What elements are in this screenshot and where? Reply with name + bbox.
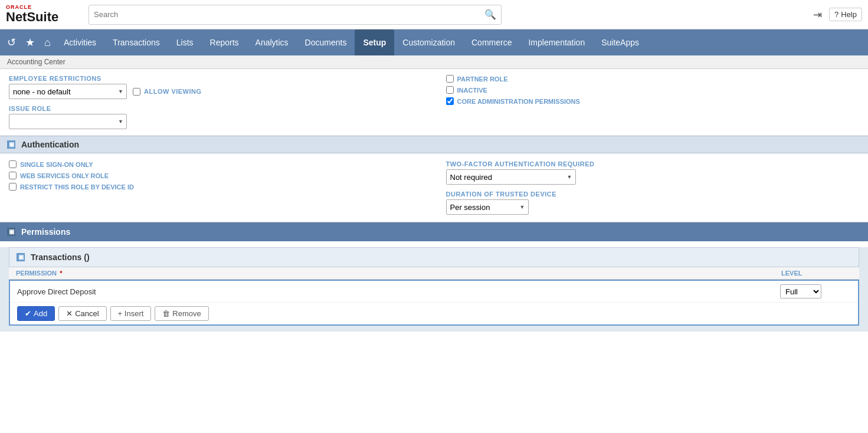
partner-role-checkbox[interactable] [446,75,454,83]
netsuite-label: NetSuite [6,10,77,24]
two-factor-field: TWO-FACTOR AUTHENTICATION REQUIRED Not r… [446,160,860,185]
logo-area: ORACLE NetSuite [6,4,77,24]
level-col-header: LEVEL [781,270,852,277]
checkmark-icon: ✔ [25,309,31,318]
level-cell: Full Edit View Create None [780,284,851,298]
permission-value: Approve Direct Deposit [17,287,96,296]
sso-checkbox[interactable] [9,160,17,168]
insert-button[interactable]: + Insert [110,306,152,321]
transfer-icon[interactable]: ⇥ [813,8,822,21]
auth-collapse-icon[interactable]: ▣ [7,140,15,149]
authentication-body: SINGLE SIGN-ON ONLY WEB SERVICES ONLY RO… [0,153,868,222]
nav-implementation[interactable]: Implementation [520,29,593,55]
add-button[interactable]: ✔ Add [17,306,55,321]
left-col: EMPLOYEE RESTRICTIONS none - no default … [9,75,434,129]
nav-commerce[interactable]: Commerce [463,29,520,55]
trash-icon: 🗑 [162,309,170,318]
restrict-device-row: RESTRICT THIS ROLE BY DEVICE ID [9,183,434,191]
cancel-button[interactable]: ✕ Cancel [58,306,106,321]
employee-restrictions-label: EMPLOYEE RESTRICTIONS [9,75,434,82]
permission-cell: Approve Direct Deposit [17,287,780,296]
trusted-device-field: DURATION OF TRUSTED DEVICE Per session 3… [446,191,860,215]
search-bar: 🔍 [89,5,502,25]
highlighted-row-container: Approve Direct Deposit Full Edit View Cr… [9,280,859,326]
partner-role-label: PARTNER ROLE [457,76,508,83]
nav-documents[interactable]: Documents [297,29,355,55]
inactive-label: INACTIVE [457,87,487,94]
employee-restrictions-select[interactable]: none - no default Own Subsidiary All [9,84,127,99]
remove-label: Remove [172,309,201,318]
transactions-label: Transactions () [31,252,90,262]
nav-suiteapps[interactable]: SuiteApps [593,29,647,55]
cancel-label: Cancel [75,309,99,318]
core-admin-label: CORE ADMINISTRATION PERMISSIONS [457,98,580,105]
top-bar: ORACLE NetSuite 🔍 ⇥ ? Help [0,0,868,29]
trusted-device-label: DURATION OF TRUSTED DEVICE [446,191,860,198]
nav-setup[interactable]: Setup [355,29,394,55]
nav-reports[interactable]: Reports [202,29,247,55]
allow-viewing-field: ALLOW VIEWING [133,88,202,96]
nav-analytics[interactable]: Analytics [247,29,297,55]
nav-icon-refresh[interactable]: ↺ [2,29,21,55]
nav-icon-star[interactable]: ★ [21,29,40,55]
permissions-collapse-icon[interactable]: ▣ [7,228,15,236]
web-services-row: WEB SERVICES ONLY ROLE [9,172,434,179]
inactive-checkbox[interactable] [446,86,454,94]
auth-right: TWO-FACTOR AUTHENTICATION REQUIRED Not r… [434,160,860,215]
employee-restrictions-wrapper: none - no default Own Subsidiary All [9,84,127,99]
help-label: Help [841,10,857,19]
allow-viewing-label: ALLOW VIEWING [144,88,202,95]
permissions-section-header: ▣ Permissions [0,222,868,241]
breadcrumb: Accounting Center [0,55,868,69]
authentication-label: Authentication [21,140,79,149]
insert-label: + Insert [118,309,144,318]
x-icon: ✕ [66,309,73,318]
issue-role-label: ISSUE ROLE [9,105,434,112]
permissions-label: Permissions [21,227,70,237]
restrict-device-label: RESTRICT THIS ROLE BY DEVICE ID [20,183,134,191]
permissions-body: ▣ Transactions () PERMISSION * LEVEL App… [0,247,868,332]
core-admin-checkbox[interactable] [446,97,454,105]
transactions-section-header: ▣ Transactions () [9,247,859,267]
help-icon: ? [834,10,838,19]
nav-activities[interactable]: Activities [55,29,104,55]
content-area: EMPLOYEE RESTRICTIONS none - no default … [0,69,868,332]
trusted-device-wrapper: Per session 30 days 60 days 90 days [446,199,529,215]
issue-role-wrapper [9,114,127,129]
two-factor-label: TWO-FACTOR AUTHENTICATION REQUIRED [446,160,860,168]
action-buttons-row: ✔ Add ✕ Cancel + Insert 🗑 Remove [10,303,858,324]
nav-icon-home[interactable]: ⌂ [40,29,55,55]
top-form-section: EMPLOYEE RESTRICTIONS none - no default … [0,69,868,136]
level-select[interactable]: Full Edit View Create None [780,284,821,298]
restrict-device-checkbox[interactable] [9,183,17,191]
right-col: PARTNER ROLE INACTIVE CORE ADMINISTRATIO… [434,75,860,129]
partner-role-row: PARTNER ROLE [446,75,860,83]
top-right-area: ⇥ ? Help [813,8,862,21]
inactive-row: INACTIVE [446,86,860,94]
permission-col-header: PERMISSION * [16,270,781,277]
issue-role-select[interactable] [9,114,127,129]
trusted-device-select[interactable]: Per session 30 days 60 days 90 days [446,199,529,215]
two-factor-select[interactable]: Not required Required [446,169,576,185]
nav-lists[interactable]: Lists [168,29,202,55]
transactions-collapse-icon[interactable]: ▣ [17,253,25,261]
menu-bar: ↺ ★ ⌂ Activities Transactions Lists Repo… [0,29,868,55]
authentication-section-header: ▣ Authentication [0,136,868,153]
issue-role-field: ISSUE ROLE [9,105,434,129]
search-button[interactable]: 🔍 [484,9,496,20]
nav-transactions[interactable]: Transactions [104,29,168,55]
employee-restrictions-field: EMPLOYEE RESTRICTIONS none - no default … [9,75,434,99]
web-services-checkbox[interactable] [9,172,17,179]
web-services-label: WEB SERVICES ONLY ROLE [20,172,109,179]
remove-button[interactable]: 🗑 Remove [155,306,208,321]
nav-customization[interactable]: Customization [394,29,463,55]
sso-label: SINGLE SIGN-ON ONLY [20,161,93,168]
search-input[interactable] [94,10,484,19]
allow-viewing-checkbox[interactable] [133,88,140,96]
transactions-table-header: PERMISSION * LEVEL [9,267,859,280]
two-factor-wrapper: Not required Required [446,169,576,185]
add-label: Add [34,309,47,318]
core-admin-row: CORE ADMINISTRATION PERMISSIONS [446,97,860,105]
help-button[interactable]: ? Help [829,8,862,21]
table-row: Approve Direct Deposit Full Edit View Cr… [10,281,858,303]
